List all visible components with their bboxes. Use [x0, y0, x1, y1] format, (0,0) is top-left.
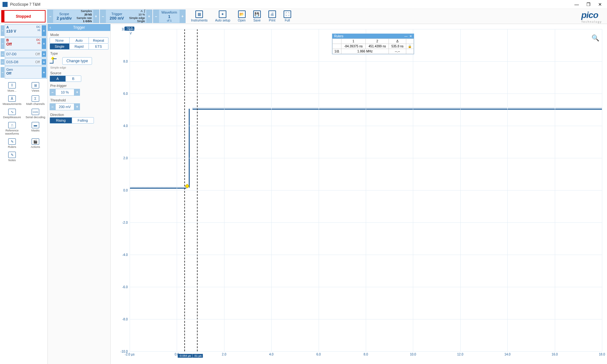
timebase-decrease-button[interactable]: –: [47, 10, 53, 23]
masks-button[interactable]: ▬Masks: [24, 121, 47, 136]
measurements-button[interactable]: ÅMeasurements: [1, 94, 23, 107]
y-tick: 2.0: [115, 156, 128, 160]
deepmeasure-button[interactable]: ∿DeepMeasure: [1, 107, 23, 120]
waveform-next-button[interactable]: +: [180, 10, 185, 23]
save-icon: 💾: [253, 10, 261, 18]
minimize-icon[interactable]: —: [404, 34, 408, 38]
scope-body[interactable]: Scope 2 µs/div: [53, 10, 75, 23]
trigger-increase-button[interactable]: +: [146, 10, 152, 23]
mode-ets[interactable]: ETS: [89, 44, 108, 49]
serialdecoding-button[interactable]: 1101Serial decoding: [24, 107, 47, 120]
digital-d7d0-strip[interactable]: D7-D0Off + –: [5, 50, 47, 58]
x-tick: 6.0: [316, 353, 321, 356]
timebase-increase-button[interactable]: +: [93, 10, 99, 23]
mode-label: Mode: [48, 31, 110, 37]
mathchannels-button[interactable]: ΣMath channels: [24, 94, 47, 107]
print-button[interactable]: 🖨Print: [268, 10, 276, 22]
waveform-body[interactable]: Waveform 1 of 1: [159, 10, 180, 23]
change-type-button[interactable]: Change type: [62, 57, 92, 65]
channel-a-collapse-button[interactable]: –: [1, 25, 4, 36]
minimize-button[interactable]: —: [574, 2, 579, 7]
lock-icon[interactable]: 🔒: [406, 44, 414, 49]
channel-a-expand-button[interactable]: +: [42, 25, 46, 36]
gen-strip[interactable]: Gen Off + –: [5, 66, 47, 79]
threshold-dec[interactable]: –: [50, 103, 55, 110]
fullscreen-button[interactable]: ⛶Full: [284, 10, 291, 22]
trigger-panel-header[interactable]: ‹Trigger: [48, 24, 110, 31]
mode-rapid[interactable]: Rapid: [70, 44, 89, 49]
direction-rising[interactable]: Rising: [50, 118, 72, 123]
d7d0-expand-button[interactable]: +: [42, 51, 46, 57]
more-button[interactable]: ⠿More...: [1, 81, 23, 94]
mode-auto[interactable]: Auto: [70, 38, 89, 43]
main-area: A ±10 V DCx1 + – B Off DCx1 + – D7-D0Off…: [0, 24, 607, 364]
mode-single[interactable]: Single: [50, 44, 70, 49]
pretrigger-spinner: – 10 % +: [50, 89, 108, 96]
inv-delta-freq: 1.866 MHz: [341, 49, 389, 54]
y-tick: -8.0: [115, 318, 128, 321]
binary-icon: 1101: [32, 109, 39, 115]
waveform-group: – Waveform 1 of 1 +: [153, 9, 186, 23]
samples-label: Samples: [77, 9, 92, 13]
trigger-panel: ‹Trigger Mode None Auto Repeat Single Ra…: [47, 24, 111, 364]
autosetup-button[interactable]: ✦Auto setup: [215, 10, 230, 22]
waveform-prev-button[interactable]: –: [153, 10, 159, 23]
views-button[interactable]: ⊞Views: [24, 81, 47, 94]
pretrigger-inc[interactable]: +: [74, 89, 80, 96]
rulers-button[interactable]: ✎Rulers: [1, 137, 23, 150]
trigger-body[interactable]: Trigger 200 mV: [106, 10, 128, 23]
rulers-window-header[interactable]: Rulers —✕: [332, 34, 414, 39]
refwaveforms-button[interactable]: ⎍Reference waveforms: [1, 121, 23, 136]
mode-row1: None Auto Repeat: [50, 37, 108, 44]
digital-d15d8-strip[interactable]: D15-D8Off + –: [5, 58, 47, 66]
threshold-inc[interactable]: +: [74, 103, 80, 110]
timebase-value: 2 µs/div: [56, 16, 73, 21]
threshold-value[interactable]: 200 mV: [55, 103, 74, 110]
gen-expand-button[interactable]: +: [42, 67, 46, 78]
pencil-icon: ✎: [8, 138, 16, 145]
channel-b-expand-button[interactable]: +: [42, 38, 46, 49]
notes-button[interactable]: ✎Notes: [1, 150, 23, 163]
mode-none[interactable]: None: [50, 38, 70, 43]
trigger-src: A: [141, 9, 143, 13]
rulers-window[interactable]: Rulers —✕ 1 2 Δ -84.39375 ns 451.4399 ns…: [332, 33, 414, 54]
close-button[interactable]: ✕: [598, 2, 602, 7]
actions-button[interactable]: 🎬Actions: [24, 137, 47, 150]
pretrigger-dec[interactable]: –: [50, 89, 55, 96]
maximize-button[interactable]: ❐: [586, 2, 591, 7]
mode-repeat[interactable]: Repeat: [89, 38, 108, 43]
mode-row2: Single Rapid ETS: [50, 44, 108, 50]
source-a[interactable]: A: [50, 76, 66, 82]
channel-b-collapse-button[interactable]: –: [1, 38, 4, 49]
print-icon: 🖨: [268, 10, 276, 18]
run-stop-button[interactable]: Stopped: [1, 10, 46, 22]
gen-collapse-button[interactable]: –: [1, 67, 4, 78]
grid-icon: ⠿: [8, 82, 16, 88]
close-icon[interactable]: ✕: [409, 34, 412, 38]
save-button[interactable]: 💾Save: [253, 10, 261, 22]
direction-falling[interactable]: Falling: [72, 118, 94, 123]
rate-value: 1 GS/s: [77, 20, 92, 23]
d15d8-collapse-button[interactable]: –: [1, 59, 4, 65]
y-tick: -2.0: [115, 221, 128, 224]
chart-area[interactable]: -0.084 µs .51 µs -10.0-8.0-6.0-4.0-2.00.…: [130, 29, 602, 351]
channel-b-strip[interactable]: B Off DCx1 + –: [5, 37, 47, 50]
note-icon: ✎: [8, 152, 16, 158]
x-tick: 10.0: [410, 353, 416, 356]
ruler-2-badge: .51 µs: [193, 354, 203, 358]
waveform-chart[interactable]: 10.0 V 🔍 -0.084 µs .51 µs -10.0-8.0-6.0-…: [111, 24, 607, 364]
trigger-group: – Trigger 200 mV A ʃ 10 % Simple edge Si…: [100, 9, 152, 23]
open-button[interactable]: 📂Open: [238, 10, 245, 22]
wand-icon: ✦: [219, 10, 226, 18]
d7d0-collapse-button[interactable]: –: [1, 51, 4, 57]
titlebar: PicoScope 7 T&M — ❐ ✕: [0, 0, 607, 9]
source-b[interactable]: B: [66, 76, 81, 82]
d15d8-expand-button[interactable]: +: [42, 59, 46, 65]
trigger-decrease-button[interactable]: –: [100, 10, 106, 23]
channel-a-strip[interactable]: A ±10 V DCx1 + –: [5, 24, 47, 37]
instruments-button[interactable]: ▦Instruments: [191, 10, 207, 22]
pretrigger-value[interactable]: 10 %: [55, 89, 74, 96]
edge-icon: ʃ: [144, 9, 145, 13]
grid-line-v: [130, 29, 130, 351]
x-tick: 16.0: [552, 353, 558, 356]
